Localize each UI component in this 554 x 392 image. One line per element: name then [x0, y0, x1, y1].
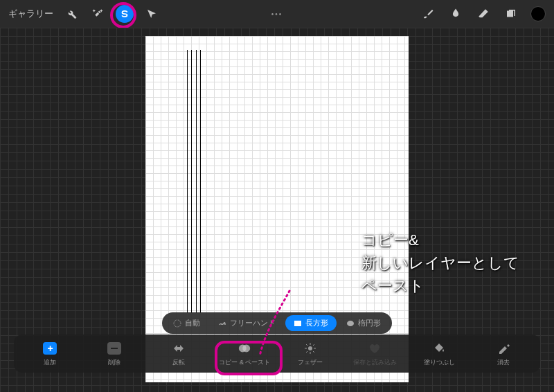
clear-icon: [497, 341, 510, 355]
action-save-load-label: 保存と読み込み: [353, 358, 397, 367]
action-feather[interactable]: フェザー: [286, 341, 334, 367]
svg-line-15: [313, 344, 314, 346]
copy-paste-icon: [238, 341, 251, 355]
ellipse-icon: [346, 319, 355, 328]
svg-line-14: [306, 351, 307, 353]
selection-rectangle[interactable]: 長方形: [285, 315, 337, 331]
selection-auto-label: 自動: [185, 318, 200, 328]
cursor-icon[interactable]: [143, 6, 160, 22]
selection-ellipse-label: 楕円形: [358, 318, 381, 328]
action-bar: + 追加 削除 反転 コピー & ペースト フェザー: [14, 335, 540, 373]
plus-icon: +: [43, 342, 57, 355]
action-feather-label: フェザー: [298, 358, 323, 367]
svg-point-7: [308, 346, 312, 350]
gallery-button[interactable]: ギャラリー: [8, 8, 53, 20]
action-clear-label: 消去: [497, 358, 510, 367]
freehand-icon: [218, 319, 226, 328]
topbar-right: [420, 6, 546, 22]
fill-icon: [432, 341, 446, 355]
action-color-fill-label: 塗りつぶし: [424, 358, 455, 367]
svg-point-6: [243, 345, 251, 353]
rectangle-icon: [294, 319, 302, 328]
svg-rect-1: [294, 321, 301, 326]
action-remove-label: 削除: [108, 358, 120, 367]
svg-rect-4: [111, 348, 118, 349]
svg-point-0: [174, 320, 181, 327]
top-toolbar: ギャラリー •••: [0, 0, 554, 28]
heart-icon: [368, 341, 382, 355]
color-picker[interactable]: [530, 6, 546, 21]
svg-point-2: [347, 321, 354, 326]
action-copy-paste[interactable]: コピー & ペースト: [219, 341, 270, 367]
action-color-fill[interactable]: 塗りつぶし: [415, 341, 463, 367]
wrench-icon[interactable]: [63, 6, 80, 22]
brush-icon[interactable]: [420, 6, 436, 22]
action-add[interactable]: + 追加: [26, 341, 74, 367]
flip-icon: [172, 341, 186, 355]
selection-freehand[interactable]: フリーハンド: [210, 315, 284, 331]
selection-tool-button[interactable]: [116, 5, 134, 23]
more-icon[interactable]: •••: [271, 10, 283, 18]
action-flip[interactable]: 反転: [154, 341, 203, 367]
selection-auto[interactable]: 自動: [165, 315, 208, 331]
action-copy-paste-label: コピー & ペースト: [219, 358, 270, 367]
eraser-icon[interactable]: [475, 6, 492, 22]
annotation-text: コピー& 新しいレイヤーとして ペースト: [361, 229, 519, 297]
action-save-load[interactable]: 保存と読み込み: [350, 341, 399, 367]
action-clear[interactable]: 消去: [479, 341, 528, 367]
workspace: 自動 フリーハンド 長方形 楕円形 + 追加: [0, 28, 554, 392]
svg-line-13: [313, 351, 314, 353]
gallery-label: ギャラリー: [8, 8, 53, 20]
selection-rectangle-label: 長方形: [305, 318, 328, 328]
auto-icon: [173, 319, 181, 328]
smudge-icon[interactable]: [447, 6, 464, 22]
svg-line-12: [306, 344, 307, 346]
wand-icon[interactable]: [89, 6, 106, 22]
minus-icon: [107, 341, 121, 355]
selection-freehand-label: フリーハンド: [230, 318, 276, 328]
drawn-lines: [187, 50, 201, 313]
feather-icon: [303, 341, 317, 355]
action-remove[interactable]: 削除: [90, 341, 138, 367]
action-add-label: 追加: [44, 358, 56, 367]
selection-mode-bar: 自動 フリーハンド 長方形 楕円形: [162, 312, 392, 334]
action-flip-label: 反転: [172, 358, 185, 367]
layers-icon[interactable]: [503, 6, 519, 22]
selection-ellipse[interactable]: 楕円形: [338, 315, 389, 331]
